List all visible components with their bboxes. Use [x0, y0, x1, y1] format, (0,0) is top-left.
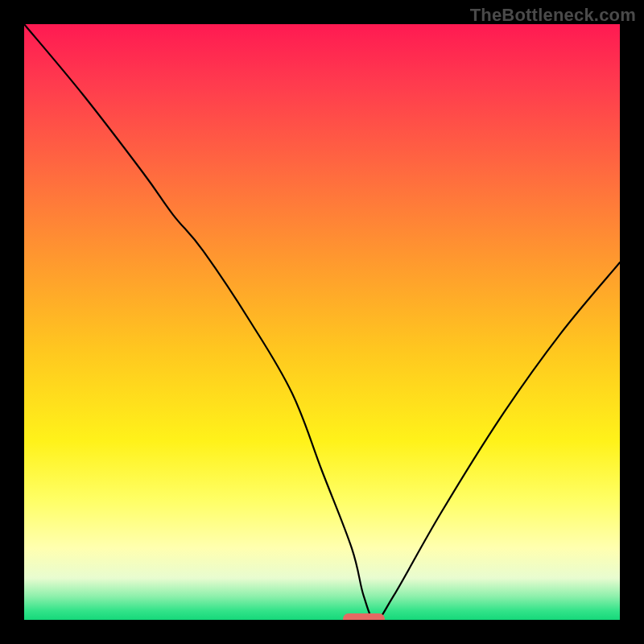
bottleneck-curve: [24, 24, 620, 620]
curve-path: [24, 24, 620, 620]
optimal-marker: [343, 613, 385, 620]
watermark-text: TheBottleneck.com: [470, 5, 636, 26]
plot-area: [24, 24, 620, 620]
chart-frame: TheBottleneck.com: [0, 0, 644, 644]
